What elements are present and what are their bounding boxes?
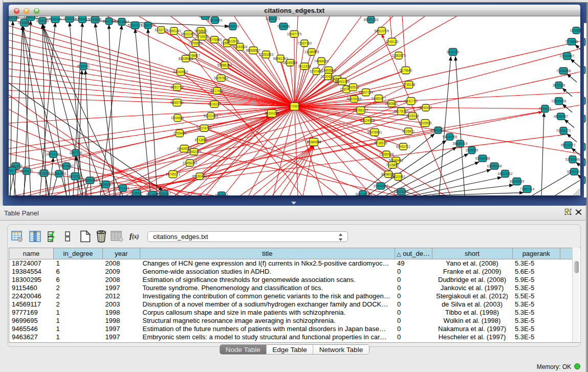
svg-text:55886753: 55886753 (217, 63, 232, 67)
svg-text:80876038: 80876038 (347, 97, 362, 100)
svg-text:1632870: 1632870 (570, 28, 580, 32)
svg-text:1034131: 1034131 (63, 16, 76, 20)
svg-text:49353487: 49353487 (157, 191, 171, 195)
svg-text:6513338: 6513338 (38, 171, 51, 174)
svg-text:5290422: 5290422 (420, 105, 432, 109)
svg-text:5329318: 5329318 (406, 114, 419, 117)
svg-text:86923226: 86923226 (394, 189, 409, 193)
svg-text:52553419: 52553419 (75, 17, 90, 20)
svg-text:1759464: 1759464 (173, 131, 186, 135)
svg-text:2764835: 2764835 (89, 17, 102, 21)
svg-text:5641395: 5641395 (103, 19, 116, 23)
svg-text:92221969: 92221969 (204, 114, 219, 117)
svg-text:31351823: 31351823 (259, 52, 274, 56)
svg-text:61595148: 61595148 (487, 164, 502, 167)
svg-text:8951718: 8951718 (171, 85, 184, 89)
svg-text:03482477: 03482477 (372, 96, 386, 100)
svg-text:0133890: 0133890 (18, 20, 31, 24)
svg-text:46688937: 46688937 (554, 114, 569, 118)
svg-text:74964990: 74964990 (314, 59, 329, 62)
svg-text:19399091: 19399091 (83, 178, 98, 182)
svg-text:27743487: 27743487 (560, 54, 575, 57)
svg-text:46807154: 46807154 (359, 90, 374, 94)
svg-text:7824896: 7824896 (277, 24, 290, 28)
svg-text:80112805: 80112805 (356, 192, 370, 195)
svg-text:98941343: 98941343 (273, 56, 288, 60)
svg-text:18300295: 18300295 (265, 111, 279, 115)
svg-text:7816184: 7816184 (49, 17, 62, 20)
svg-text:1746120: 1746120 (386, 39, 399, 43)
svg-text:30391171: 30391171 (266, 16, 280, 20)
svg-text:0504556: 0504556 (171, 116, 184, 119)
svg-text:70656272: 70656272 (556, 128, 571, 132)
svg-text:18724007: 18724007 (287, 104, 302, 108)
svg-text:13493618: 13493618 (321, 68, 336, 72)
svg-text:71434558: 71434558 (556, 69, 571, 72)
svg-text:65452711: 65452711 (396, 144, 410, 148)
svg-text:96631931: 96631931 (181, 32, 196, 35)
svg-text:3433200: 3433200 (447, 50, 460, 53)
svg-text:08240084: 08240084 (283, 60, 298, 64)
svg-text:08053100: 08053100 (567, 169, 580, 173)
svg-text:6431713: 6431713 (405, 99, 418, 102)
svg-text:92124998: 92124998 (360, 118, 375, 122)
svg-text:10947775: 10947775 (287, 32, 302, 35)
svg-text:7278895: 7278895 (565, 39, 578, 43)
svg-text:65787133: 65787133 (364, 17, 379, 21)
svg-text:9058651: 9058651 (195, 29, 208, 32)
svg-text:4026811: 4026811 (402, 129, 415, 133)
svg-text:6217459: 6217459 (211, 89, 224, 92)
svg-text:7735158: 7735158 (403, 82, 416, 86)
svg-text:4316117: 4316117 (208, 102, 221, 105)
svg-text:98478961: 98478961 (367, 130, 382, 134)
svg-text:3267736: 3267736 (70, 150, 82, 154)
svg-text:5116155: 5116155 (36, 18, 49, 22)
svg-text:4332181: 4332181 (9, 16, 19, 19)
svg-text:20450533: 20450533 (374, 184, 388, 187)
svg-text:99016272: 99016272 (561, 143, 576, 146)
svg-text:77387214: 77387214 (520, 187, 535, 190)
svg-text:55022961: 55022961 (391, 174, 406, 178)
svg-text:88568557: 88568557 (246, 48, 261, 52)
svg-text:1020539: 1020539 (419, 121, 432, 124)
svg-text:53755646: 53755646 (565, 157, 580, 161)
svg-text:35346247: 35346247 (99, 182, 114, 186)
svg-text:96513709: 96513709 (375, 29, 389, 32)
svg-text:5865780: 5865780 (171, 100, 184, 104)
svg-text:84044997: 84044997 (173, 70, 188, 73)
svg-text:30980500: 30980500 (52, 171, 67, 175)
svg-text:93406088: 93406088 (475, 156, 490, 160)
svg-text:58685014: 58685014 (453, 141, 468, 145)
svg-text:9839301: 9839301 (77, 64, 90, 68)
svg-text:21456232: 21456232 (183, 161, 198, 164)
svg-text:3412328: 3412328 (298, 64, 311, 68)
svg-text:33942104: 33942104 (187, 149, 202, 153)
svg-text:8313678: 8313678 (227, 39, 239, 42)
svg-text:6713695: 6713695 (195, 138, 208, 141)
svg-text:6736576: 6736576 (375, 141, 387, 144)
svg-text:71167190: 71167190 (297, 41, 312, 45)
svg-text:36057662: 36057662 (214, 76, 229, 79)
svg-text:5135427: 5135427 (130, 191, 143, 194)
svg-text:82639821: 82639821 (179, 56, 193, 60)
svg-text:7693676: 7693676 (539, 106, 552, 110)
svg-text:54330365: 54330365 (443, 135, 458, 138)
svg-text:7315851: 7315851 (386, 163, 399, 166)
svg-text:2480861: 2480861 (385, 101, 398, 105)
svg-text:19384554: 19384554 (307, 140, 321, 143)
svg-text:24745171: 24745171 (166, 172, 181, 176)
svg-text:7991183: 7991183 (117, 186, 129, 189)
svg-text:64823662: 64823662 (498, 171, 513, 175)
svg-text:72423884: 72423884 (115, 19, 129, 23)
svg-text:7565512: 7565512 (347, 85, 360, 89)
svg-text:63421607: 63421607 (431, 128, 446, 132)
svg-text:11382675: 11382675 (391, 53, 406, 57)
svg-text:1965569: 1965569 (466, 148, 478, 151)
svg-text:00766177: 00766177 (354, 108, 368, 112)
svg-text:6179640: 6179640 (400, 68, 412, 72)
svg-text:0812191: 0812191 (69, 174, 82, 178)
svg-text:52991241: 52991241 (167, 29, 182, 32)
svg-text:80443699: 80443699 (510, 179, 525, 183)
svg-text:8809570: 8809570 (227, 24, 239, 28)
svg-text:98776945: 98776945 (207, 37, 222, 41)
